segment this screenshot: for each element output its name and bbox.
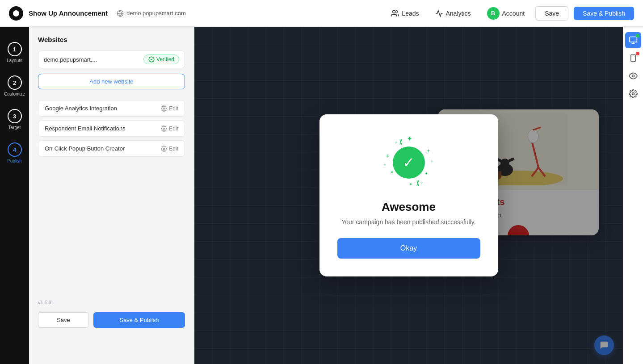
settings-icon: [629, 89, 638, 98]
svg-text:✦: ✦: [424, 171, 428, 176]
app-logo: [9, 6, 23, 21]
website-badge: demo.popupsmart.... Verified: [38, 50, 185, 68]
red-status-dot: [636, 52, 639, 55]
svg-point-2: [393, 10, 395, 13]
add-website-button[interactable]: Add new website: [38, 74, 185, 89]
integration-name-2: On-Click Popup Button Creator: [45, 145, 125, 152]
account-avatar: B: [487, 7, 500, 20]
steps-sidebar: 1 Layouts 2 Customize 3 Target 4 Publish: [0, 27, 29, 364]
globe-icon: [117, 10, 124, 17]
svg-point-4: [164, 108, 165, 109]
step-target[interactable]: 3 Target: [0, 103, 29, 136]
leads-label: Leads: [402, 10, 419, 17]
respondent-email-integration: Respondent Email Notifications Edit: [38, 120, 185, 137]
check-circle-icon: [148, 56, 155, 63]
svg-point-40: [632, 93, 635, 95]
svg-point-39: [632, 75, 635, 77]
gear-icon-1: [161, 126, 167, 132]
account-nav-item[interactable]: B Account: [482, 4, 530, 22]
top-navigation: Show Up Announcement demo.popupsmart.com…: [0, 0, 643, 27]
step-3-label: Target: [8, 125, 21, 130]
gear-icon-2: [161, 146, 167, 152]
analytics-icon: [435, 9, 443, 17]
svg-text:✦: ✦: [390, 170, 394, 175]
step-1-label: Layouts: [7, 58, 22, 63]
edit-label-1: Edit: [169, 126, 178, 132]
step-3-circle: 3: [8, 109, 22, 123]
svg-point-6: [164, 148, 165, 150]
app-title: Show Up Announcement: [29, 9, 108, 17]
bottom-save-button[interactable]: Save: [38, 312, 89, 328]
modal-subtitle: Your campaign has been published success…: [337, 218, 480, 226]
leads-icon: [391, 9, 399, 17]
svg-text:✧: ✧: [395, 141, 398, 145]
eye-icon: [629, 71, 638, 80]
step-4-circle: 4: [8, 142, 22, 157]
edit-button-0[interactable]: Edit: [161, 105, 178, 112]
gear-icon-0: [161, 105, 167, 112]
svg-text:+: +: [386, 152, 389, 159]
main-layout: 1 Layouts 2 Customize 3 Target 4 Publish…: [0, 27, 643, 364]
analytics-nav-item[interactable]: Analytics: [430, 7, 476, 20]
right-toolbar: [623, 27, 643, 364]
mobile-icon: [629, 54, 637, 62]
success-check-circle: ✓: [393, 146, 425, 179]
svg-text:✦: ✦: [409, 182, 412, 187]
svg-text:+: +: [427, 148, 430, 154]
website-name: demo.popupsmart....: [44, 56, 97, 63]
save-publish-button[interactable]: Save & Publish: [574, 7, 634, 20]
svg-text:✧: ✧: [430, 159, 433, 163]
verified-badge: Verified: [143, 54, 179, 64]
google-analytics-integration: Google Analytics Integration Edit: [38, 100, 185, 117]
modal-overlay: + + ✦ ✦ ✦ ✦ ✧ ✧ ✧ ✧: [194, 27, 623, 364]
domain-url: demo.popupsmart.com: [126, 10, 186, 17]
canvas-area: ✕: [194, 27, 623, 364]
settings-panel: Websites demo.popupsmart.... Verified Ad…: [29, 27, 194, 364]
step-layouts[interactable]: 1 Layouts: [0, 36, 29, 69]
analytics-label: Analytics: [446, 10, 471, 17]
onclick-popup-integration: On-Click Popup Button Creator Edit: [38, 140, 185, 157]
verified-label: Verified: [156, 56, 174, 63]
bottom-buttons: Save Save & Publish: [38, 312, 185, 328]
okay-button[interactable]: Okay: [337, 238, 480, 259]
step-2-circle: 2: [8, 75, 22, 90]
integration-name-1: Respondent Email Notifications: [45, 125, 126, 132]
save-button[interactable]: Save: [535, 6, 568, 21]
desktop-view-button[interactable]: [625, 32, 641, 48]
svg-text:✧: ✧: [383, 163, 387, 167]
green-status-dot: [636, 34, 639, 38]
step-customize[interactable]: 2 Customize: [0, 69, 29, 103]
preview-button[interactable]: [625, 68, 641, 84]
panel-title: Websites: [38, 36, 185, 43]
step-4-label: Publish: [7, 159, 22, 163]
edit-label-2: Edit: [169, 146, 178, 152]
success-icon-wrapper: + + ✦ ✦ ✦ ✦ ✧ ✧ ✧ ✧: [382, 136, 436, 189]
step-publish[interactable]: 4 Publish: [0, 136, 29, 170]
step-2-label: Customize: [4, 92, 25, 96]
domain-badge: demo.popupsmart.com: [117, 10, 186, 17]
version-label: v1.5.8: [38, 291, 185, 305]
mobile-view-button[interactable]: [625, 50, 641, 66]
bottom-save-publish-button[interactable]: Save & Publish: [93, 312, 185, 328]
success-modal: + + ✦ ✦ ✦ ✦ ✧ ✧ ✧ ✧: [319, 114, 498, 276]
leads-nav-item[interactable]: Leads: [386, 7, 424, 20]
edit-button-1[interactable]: Edit: [161, 126, 178, 132]
modal-title: Awesome: [337, 200, 480, 214]
svg-rect-34: [630, 37, 637, 42]
step-1-circle: 1: [8, 42, 22, 56]
svg-text:✦: ✦: [407, 136, 412, 142]
edit-label-0: Edit: [169, 105, 178, 112]
svg-point-5: [164, 128, 165, 130]
account-label: Account: [502, 10, 525, 17]
integration-name-0: Google Analytics Integration: [45, 105, 117, 112]
settings-button[interactable]: [625, 86, 641, 102]
svg-text:✧: ✧: [420, 181, 423, 185]
edit-button-2[interactable]: Edit: [161, 146, 178, 152]
